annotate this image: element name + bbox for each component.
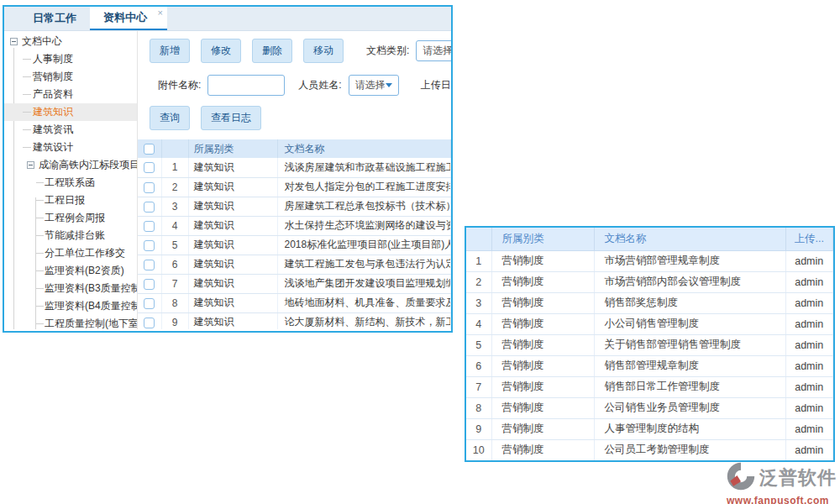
person-name-value: 请选择 [355, 78, 386, 92]
tree-item[interactable]: 监理资料(B4质量控制) [4, 297, 137, 315]
table-row[interactable]: 4 建筑知识 水土保持生态环境监测网络的建设与资... [138, 216, 451, 235]
select-all-checkbox[interactable] [144, 144, 155, 155]
row-checkbox[interactable] [144, 298, 155, 309]
row-checkbox[interactable] [144, 318, 155, 328]
row-uploader: admin [785, 355, 833, 376]
tree-item-label: 建筑知识 [33, 105, 73, 119]
row-doc-name: 销售部日常工作管理制度 [594, 376, 785, 397]
row-checkbox[interactable] [144, 279, 155, 290]
table-row[interactable]: 5 营销制度 关于销售部管理销售管理制度 admin [466, 334, 833, 355]
table-row[interactable]: 6 建筑知识 建筑工程施工发包与承包违法行为认定... [138, 255, 451, 274]
row-category: 建筑知识 [188, 312, 277, 329]
tab-daily-work[interactable]: 日常工作 [19, 7, 90, 30]
table-row[interactable]: 10 营销制度 公司员工考勤管理制度 admin [466, 439, 833, 460]
row-number: 7 [466, 376, 491, 397]
tree-item[interactable]: 监理资料(B3质量控制) [4, 280, 137, 297]
tree-item[interactable]: 产品资料 [4, 86, 137, 103]
tree-item[interactable]: 工程日报 [4, 192, 137, 209]
filter-row: 附件名称: 人员姓名: 请选择 上传日期 [158, 75, 451, 96]
row-uploader: admin [785, 334, 833, 355]
edit-button[interactable]: 修改 [201, 39, 241, 63]
row-checkbox[interactable] [144, 162, 155, 173]
table-row[interactable]: 7 营销制度 销售部日常工作管理制度 admin [466, 376, 833, 397]
row-checkbox[interactable] [144, 240, 155, 251]
row-doc-name: 销售部奖惩制度 [594, 292, 785, 313]
row-category: 建筑知识 [188, 197, 277, 216]
row-checkbox[interactable] [144, 182, 155, 193]
tree-item-label: 工程例会周报 [45, 211, 105, 225]
attachment-name-input[interactable] [207, 75, 285, 96]
checkbox-cell [138, 293, 161, 312]
person-name-select[interactable]: 请选择 [349, 75, 399, 96]
row-checkbox[interactable] [144, 260, 155, 270]
add-button[interactable]: 新增 [150, 39, 190, 63]
upload-date-label-partial: 上传日期 [421, 78, 451, 92]
tree-item-label: 营销制度 [33, 70, 73, 84]
checkbox-cell [138, 158, 161, 177]
row-doc-name: 公司员工考勤管理制度 [594, 439, 785, 460]
move-button[interactable]: 移动 [303, 39, 344, 63]
table-row[interactable]: 3 营销制度 销售部奖惩制度 admin [466, 292, 833, 313]
tree-item[interactable]: 工程质量控制(地下室) [4, 315, 137, 329]
tree-item-label: 分工单位工作移交 [45, 246, 125, 260]
row-doc-name: 房屋建筑工程总承包投标书（技术标）... [277, 197, 451, 216]
tree-root-document-center[interactable]: 文档中心 [4, 33, 137, 50]
row-doc-name: 论大厦新材料、新结构、新技术，新工... [277, 312, 451, 329]
table-row[interactable]: 3 建筑知识 房屋建筑工程总承包投标书（技术标）... [138, 197, 451, 216]
table-row[interactable]: 1 建筑知识 浅谈房屋建筑和市政基础设施工程施工... [138, 158, 451, 177]
category-column-header: 所属别类 [188, 139, 277, 158]
table-row[interactable]: 2 建筑知识 对发包人指定分包的工程施工进度安排... [138, 177, 451, 197]
fanpu-logo: 泛普软件 www.fanpusoft.com [719, 461, 837, 504]
delete-button[interactable]: 删除 [252, 39, 292, 63]
table-row[interactable]: 1 营销制度 市场营销部管理规章制度 admin [466, 250, 833, 271]
table-row[interactable]: 8 营销制度 公司销售业务员管理制度 admin [466, 397, 833, 418]
tree-root-project[interactable]: 成渝高铁内江标段项目 [4, 156, 137, 174]
tree-item[interactable]: 建筑设计 [4, 139, 137, 156]
screen: 日常工作 资料中心 × 文档中心 人事制度 [0, 0, 840, 504]
row-doc-name: 销售部管理规章制度 [594, 355, 785, 376]
tab-bar: 日常工作 资料中心 × [4, 7, 451, 31]
checkbox-cell [138, 177, 161, 197]
tree-item[interactable]: 监理资料(B2资质) [4, 262, 137, 280]
brand-name: 泛普软件 [759, 465, 837, 491]
table-row[interactable]: 9 营销制度 人事管理制度的结构 admin [466, 418, 833, 439]
table-row[interactable]: 7 建筑知识 浅谈地产集团开发建设项目监理规划编... [138, 274, 451, 293]
tree-item[interactable]: 工程例会周报 [4, 209, 137, 227]
tree-item[interactable]: 分工单位工作移交 [4, 244, 137, 262]
brand-url: www.fanpusoft.com [719, 495, 837, 504]
table-row[interactable]: 6 营销制度 销售部管理规章制度 admin [466, 355, 833, 376]
collapse-icon[interactable] [10, 38, 18, 45]
table-row[interactable]: 4 营销制度 小公司销售管理制度 admin [466, 313, 833, 334]
toolbar: 新增 修改 删除 移动 文档类别: 请选择 文档 [150, 39, 451, 63]
tree-item[interactable]: 人事制度 [4, 50, 137, 68]
view-log-button[interactable]: 查看日志 [201, 106, 261, 130]
query-button[interactable]: 查询 [150, 106, 190, 130]
table-row[interactable]: 5 建筑知识 2018标准化监理项目部(业主项目部)人员... [138, 235, 451, 255]
row-category: 营销制度 [491, 313, 594, 334]
checkbox-cell [138, 255, 161, 274]
tree-item[interactable]: 工程联系函 [4, 174, 137, 192]
tree-item[interactable]: 建筑知识 [4, 103, 137, 121]
row-doc-name: 对发包人指定分包的工程施工进度安排... [277, 177, 451, 197]
row-doc-name: 公司销售业务员管理制度 [594, 397, 785, 418]
tree-item-label: 监理资料(B3质量控制) [45, 281, 138, 296]
uploader-column-header: 上传... [785, 228, 833, 250]
row-category: 营销制度 [491, 334, 594, 355]
row-checkbox[interactable] [144, 202, 155, 213]
tree-item[interactable]: 节能减排台账 [4, 227, 137, 244]
tab-data-center[interactable]: 资料中心 × [90, 7, 167, 30]
tree-item[interactable]: 营销制度 [4, 68, 137, 86]
row-uploader: admin [785, 313, 833, 334]
table-row[interactable]: 8 建筑知识 地砖地面材料、机具准备、质量要求及... [138, 293, 451, 312]
close-icon[interactable]: × [158, 8, 163, 18]
doc-category-select[interactable]: 请选择 [416, 40, 451, 61]
table-row[interactable]: 9 建筑知识 论大厦新材料、新结构、新技术，新工... [138, 312, 451, 329]
row-uploader: admin [785, 418, 833, 439]
row-number: 4 [161, 216, 188, 235]
tree-item[interactable]: 建筑资讯 [4, 121, 137, 139]
table-row[interactable]: 2 营销制度 市场营销部内部会议管理制度 admin [466, 271, 833, 292]
collapse-icon[interactable] [27, 161, 34, 169]
tree-root-label: 成渝高铁内江标段项目 [39, 158, 138, 172]
row-checkbox[interactable] [144, 221, 155, 232]
row-category: 建筑知识 [188, 293, 277, 312]
